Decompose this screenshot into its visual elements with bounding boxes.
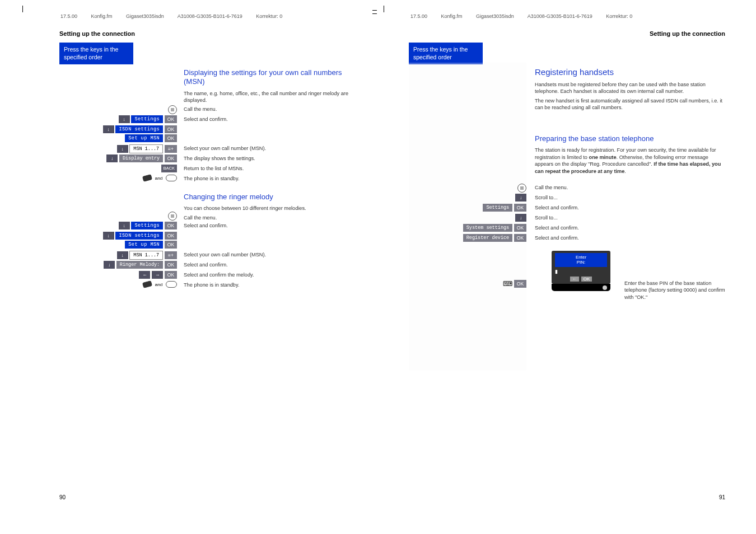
h-display-settings: Displaying the settings for your own cal… — [184, 68, 357, 87]
p-scroll-2: Scroll to... — [535, 214, 558, 221]
row-register-device: Register device OK — [409, 234, 526, 242]
block-prepare-base: Preparing the base station telephone The… — [535, 134, 725, 177]
ok-key: OK — [165, 241, 177, 249]
section-title-right: Setting up the connection — [650, 30, 725, 37]
menu-icon — [168, 105, 177, 114]
row-scroll-2: ↓ — [409, 214, 526, 222]
keys-order-l1: Press the keys in the — [64, 46, 129, 54]
label-register-device: Register device — [463, 234, 513, 242]
keys-order-box-right: Press the keys in the specified order — [409, 43, 483, 64]
row-msn17-2: ↓ MSN 1...7 ≡+ — [59, 251, 177, 260]
section-title-left: Setting up the connection — [59, 30, 135, 37]
arrow-down-icon: ↓ — [119, 222, 130, 229]
menu-icon — [168, 212, 177, 221]
arrow-down-icon: ↓ — [515, 194, 526, 202]
row-pin-entry: ⌨ OK — [409, 280, 526, 288]
label-settings-r: Settings — [483, 204, 512, 212]
label-system-settings: System settings — [463, 224, 513, 232]
row-ringer-melody: ↓ Ringer Melody: OK — [59, 261, 177, 269]
header-date: 17.5.00 — [60, 13, 77, 19]
p-sel-conf-r1: Select and confirm. — [535, 204, 579, 211]
p-select-own-2: Select your own call number (MSN). — [184, 251, 357, 258]
and-text: and — [155, 176, 162, 181]
oval-icon — [166, 281, 177, 288]
arrow-down-icon: ↓ — [515, 214, 526, 222]
row-standby-1: and — [59, 175, 177, 181]
ok-key: OK — [165, 271, 177, 279]
label-settings-2: Settings — [131, 222, 163, 229]
block-register-handsets: Registering handsets Handsets must be re… — [535, 67, 725, 113]
header-korr: Korrektur: 0 — [256, 13, 282, 19]
page-left: 17.5.00 Konfig.fm Gigaset3035isdn A31008… — [0, 0, 378, 534]
h-ringer-melody: Changing the ringer melody — [184, 193, 357, 202]
row-display-entry: ↓ Display entry OK — [59, 154, 177, 162]
keys-order-l2: specified order — [64, 54, 129, 62]
crop-mark — [384, 6, 384, 12]
keypad-icon: ⌨ — [503, 280, 512, 288]
label-msn17-2: MSN 1...7 — [129, 251, 163, 260]
row-settings-1: ↓ Settings OK — [59, 115, 177, 123]
header-partno: A31008-G3035-B101-6-7619 — [178, 13, 242, 19]
header-meta-right: 17.5.00 Konfig.fm Gigaset3035isdn A31008… — [410, 13, 645, 19]
row-back: BACK — [59, 165, 177, 172]
ok-key: OK — [514, 204, 526, 212]
p3e: . — [624, 168, 626, 174]
ok-key: OK — [514, 234, 526, 242]
row-melody-arrows: ← → OK — [59, 271, 177, 279]
foot-dot-icon — [603, 285, 607, 290]
label-isdn: ISDN settings — [115, 125, 163, 133]
p-call-menu-2: Call the menu. — [184, 214, 357, 221]
arrow-down-icon: ↓ — [104, 261, 115, 269]
keys-order-r-l2: specified order — [413, 54, 478, 62]
arrow-down-icon: ↓ — [103, 125, 114, 133]
p-call-menu-1: Call the menu. — [184, 106, 357, 113]
arrow-right-icon: → — [152, 271, 163, 279]
header-file: Konfig.fm — [91, 13, 113, 19]
ok-key: OK — [165, 261, 177, 269]
p3b-bold: one minute — [589, 154, 617, 160]
row-standby-2: and — [59, 281, 177, 288]
list-key: ≡+ — [165, 145, 177, 153]
ok-key: OK — [165, 232, 177, 240]
screen-enter: Enter — [555, 255, 607, 260]
header-korr: Korrektur: 0 — [606, 13, 632, 19]
diagram-ok: OK — [581, 277, 592, 282]
ok-key: OK — [514, 224, 526, 232]
p-select-conf-melody: Select and confirm the melody. — [184, 271, 357, 278]
p-handsets-allocate: Handsets must be registered before they … — [535, 81, 725, 95]
p-select-confirm-3: Select and confirm. — [184, 261, 357, 268]
label-isdn-2: ISDN settings — [115, 232, 163, 240]
arrow-down-icon: ↓ — [106, 154, 118, 162]
p-sel-conf-r3: Select and confirm. — [535, 235, 579, 241]
p-name-melody: The name, e.g. home, office, etc., the c… — [184, 90, 357, 104]
ok-key: OK — [165, 125, 177, 133]
label-ringer-melody: Ringer Melody: — [116, 261, 163, 269]
key-menu-circle-2 — [59, 212, 177, 221]
p-select-confirm-1: Select and confirm. — [184, 116, 357, 123]
p-display-shows: The display shows the settings. — [184, 155, 357, 162]
row-settings-r: Settings OK — [409, 204, 526, 212]
crop-mark — [22, 6, 23, 12]
header-partno: A31008-G3035-B101-6-7619 — [528, 13, 592, 19]
key-menu-circle-r — [409, 184, 526, 193]
p-select-own-1: Select your own call number (MSN). — [184, 145, 357, 152]
diagram-left-arrow: ← — [570, 277, 579, 282]
row-settings-2: ↓ Settings OK — [59, 222, 177, 229]
ok-key: OK — [165, 222, 177, 229]
crop-mark — [372, 10, 377, 11]
row-scroll-1: ↓ — [409, 194, 526, 202]
screen-cursor: ▮ — [552, 267, 610, 274]
page-right: 17.5.00 Konfig.fm Gigaset3035isdn A31008… — [378, 0, 756, 534]
header-meta: 17.5.00 Konfig.fm Gigaset3035isdn A31008… — [60, 13, 295, 19]
header-date: 17.5.00 — [410, 13, 427, 19]
screen-pin: PIN: — [555, 260, 607, 265]
h-register-handsets: Registering handsets — [535, 67, 725, 78]
oval-icon — [166, 175, 177, 181]
back-key: BACK — [161, 165, 177, 172]
keys-order-r-l1: Press the keys in the — [413, 46, 478, 54]
pin-diagram-screen: Enter PIN: — [555, 253, 607, 267]
pin-diagram-device-top: Enter PIN: ▮ ← OK — [552, 251, 610, 284]
handset-icon — [142, 174, 152, 182]
p-ready-registration: The station is ready for registration. F… — [535, 147, 725, 175]
label-msn17: MSN 1...7 — [129, 144, 163, 153]
